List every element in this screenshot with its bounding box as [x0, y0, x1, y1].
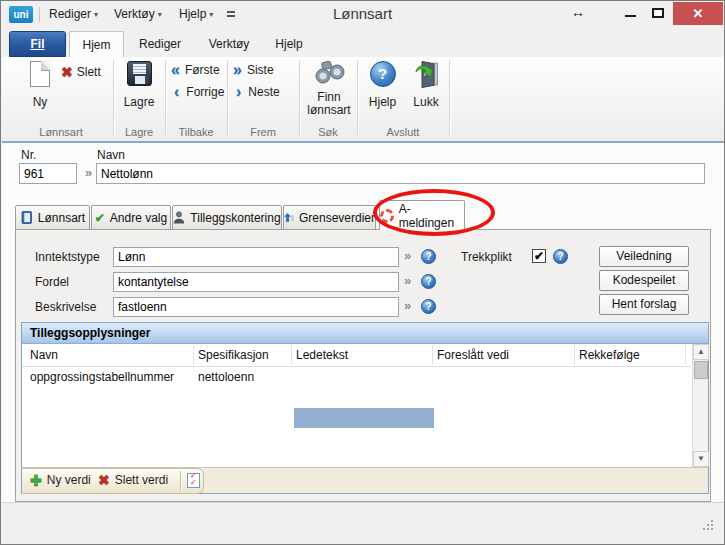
close-form-button-label: Lukk: [405, 95, 447, 109]
column-header-rekkefolge[interactable]: Rekkefølge: [579, 348, 640, 362]
tab-lonnsart[interactable]: Lønnsart: [15, 205, 90, 230]
fordel-help-icon[interactable]: [421, 274, 436, 289]
save-button[interactable]: Lagre: [115, 60, 163, 109]
previous-chevron-icon: [174, 84, 179, 100]
toolbar-separator: [180, 471, 181, 491]
beskrivelse-input[interactable]: [113, 297, 399, 317]
tab-lonnsart-label: Lønnsart: [38, 211, 85, 225]
person-icon: [173, 211, 185, 224]
resize-arrows-icon[interactable]: ↔: [571, 4, 585, 20]
scrollbar-thumb[interactable]: [694, 361, 708, 379]
ribbon-tab-hjem[interactable]: Hjem: [69, 31, 124, 58]
column-header-spesifikasjon[interactable]: Spesifikasjon: [198, 348, 269, 362]
limits-arrow-icon: [284, 211, 294, 224]
kodespeilet-button[interactable]: Kodespeilet: [599, 270, 689, 291]
new-button[interactable]: Ny: [17, 60, 63, 109]
column-header-foreslatt-vedi[interactable]: Foreslått vedi: [437, 348, 509, 362]
navn-input[interactable]: [96, 163, 705, 184]
find-wagetype-button[interactable]: Finn lønnsart: [301, 60, 357, 117]
ribbon-tab-rediger[interactable]: Rediger: [131, 31, 189, 57]
tilleggsopplysninger-group: Tilleggsopplysninger Navn Spesifikasjon …: [21, 322, 709, 494]
inntektstype-input[interactable]: [113, 247, 399, 267]
ribbon-tab-verktoy[interactable]: Verktøy: [201, 31, 257, 57]
first-chevrons-icon: [171, 62, 180, 78]
trekkplikt-checkbox[interactable]: ✔: [532, 249, 546, 263]
delete-value-button[interactable]: Slett verdi: [98, 472, 168, 488]
resize-grip[interactable]: [701, 518, 713, 530]
column-divider: [574, 345, 575, 365]
book-icon: [20, 211, 33, 224]
checklist-icon-button[interactable]: [187, 473, 200, 488]
maximize-button[interactable]: [652, 8, 664, 18]
inntektstype-lookup-chevrons-icon[interactable]: [404, 248, 411, 263]
scroll-down-button[interactable]: ▼: [693, 451, 709, 467]
values-toolbar: Ny verdi Slett verdi: [22, 467, 708, 493]
tab-a-meldingen[interactable]: A-meldingen: [379, 200, 465, 230]
ribbon-group-tilbake: Tilbake: [165, 126, 227, 138]
binoculars-icon: [313, 61, 345, 85]
ribbon-group-lonnsart: Lønnsart: [9, 126, 113, 138]
tab-andre-valg[interactable]: Andre valg: [91, 205, 171, 230]
fordel-input[interactable]: [113, 272, 399, 292]
delete-x-icon: [98, 472, 110, 488]
find-button-label-line2: lønnsart: [301, 104, 357, 117]
vertical-scrollbar[interactable]: ▲ ▼: [692, 344, 708, 467]
help-question-icon: [370, 61, 396, 87]
scroll-up-button[interactable]: ▲: [693, 344, 709, 360]
help-button-label: Hjelp: [360, 95, 405, 109]
next-button[interactable]: Neste: [236, 84, 280, 100]
previous-button-label: Forrige: [186, 85, 224, 99]
minimize-button[interactable]: [625, 15, 636, 17]
table-row[interactable]: oppgrossingstabellnummer nettoloenn: [22, 367, 691, 387]
inntektstype-label: Inntektstype: [35, 250, 100, 264]
cell-spesifikasjon: nettoloenn: [198, 370, 254, 384]
delete-button-label: Slett: [77, 65, 101, 79]
column-header-ledetekst[interactable]: Ledetekst: [296, 348, 348, 362]
column-divider: [685, 345, 686, 365]
values-grid[interactable]: Navn Spesifikasjon Ledetekst Foreslått v…: [22, 344, 708, 467]
trekkplikt-help-icon[interactable]: [553, 249, 568, 264]
first-button[interactable]: Første: [171, 62, 220, 78]
veiledning-button[interactable]: Veiledning: [599, 246, 689, 267]
tab-tilleggskontering-label: Tilleggskontering: [190, 211, 280, 225]
delete-value-label: Slett verdi: [115, 473, 168, 487]
next-chevron-icon: [236, 84, 241, 100]
fordel-lookup-chevrons-icon[interactable]: [404, 273, 411, 288]
tab-tilleggskontering[interactable]: Tilleggskontering: [172, 205, 282, 230]
nr-lookup-chevrons-icon[interactable]: [85, 165, 92, 180]
previous-button[interactable]: Forrige: [174, 84, 224, 100]
column-divider: [193, 345, 194, 365]
column-divider: [432, 345, 433, 365]
nr-input[interactable]: [19, 163, 77, 184]
inntektstype-help-icon[interactable]: [421, 249, 436, 264]
delete-x-icon: [61, 64, 73, 80]
beskrivelse-help-icon[interactable]: [421, 299, 436, 314]
fordel-label: Fordel: [35, 275, 69, 289]
column-divider: [291, 345, 292, 365]
last-button[interactable]: Siste: [233, 62, 274, 78]
tab-grenseverdier[interactable]: Grenseverdier: [283, 205, 376, 230]
hent-forslag-button[interactable]: Hent forslag: [599, 294, 689, 315]
beskrivelse-lookup-chevrons-icon[interactable]: [404, 298, 411, 313]
new-value-label: Ny verdi: [47, 473, 91, 487]
last-button-label: Siste: [247, 63, 274, 77]
close-button[interactable]: ✕: [673, 2, 723, 25]
trekkplikt-label: Trekkplikt: [461, 250, 512, 264]
selected-cell-highlight: [294, 408, 434, 428]
ribbon-tab-fil[interactable]: Fil: [9, 31, 66, 57]
column-header-navn[interactable]: Navn: [30, 348, 58, 362]
ribbon-group-separator: [449, 60, 450, 138]
new-button-label: Ny: [17, 95, 63, 109]
checkmark-icon: [95, 211, 105, 225]
help-button[interactable]: Hjelp: [360, 60, 405, 109]
ribbon-tab-hjelp[interactable]: Hjelp: [267, 31, 311, 57]
beskrivelse-label: Beskrivelse: [35, 300, 96, 314]
close-form-button[interactable]: Lukk: [405, 60, 447, 109]
new-value-button[interactable]: Ny verdi: [30, 472, 91, 488]
delete-button[interactable]: Slett: [61, 64, 101, 80]
first-button-label: Første: [185, 63, 220, 77]
tab-andre-valg-label: Andre valg: [110, 211, 167, 225]
ribbon-group-avslutt: Avslutt: [357, 126, 449, 138]
save-floppy-icon: [127, 61, 152, 86]
app-window: uni Rediger Verktøy Hjelp Lønnsart ↔ ✕ F…: [0, 0, 725, 545]
